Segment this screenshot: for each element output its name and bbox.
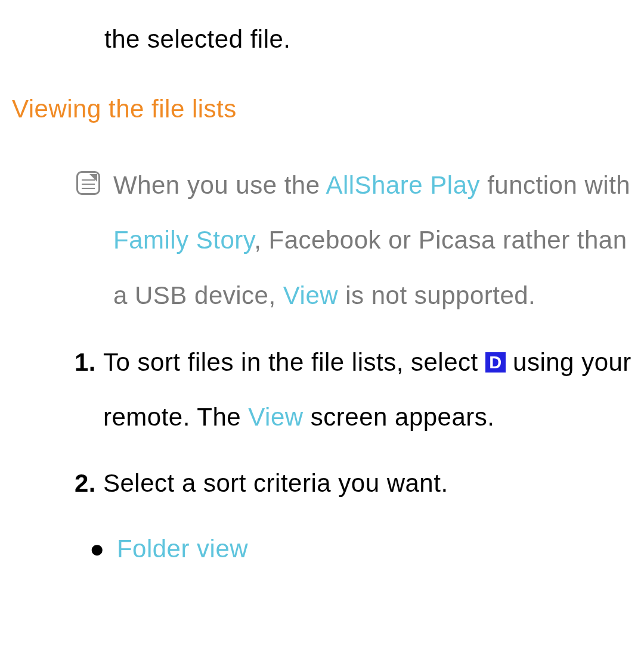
continuation-text: the selected file. [12,12,632,67]
step-2-text: Select a sort criteria you want. [103,456,632,511]
step-2-number: 2. [75,456,103,511]
bullet-label: Folder view [117,522,248,576]
note-icon [76,171,100,195]
d-button-icon: D [485,352,506,373]
step-1-text: To sort files in the file lists, select … [103,335,632,445]
bullet-folder-view: ● Folder view [12,522,632,576]
note-block: When you use the AllShare Play function … [12,158,632,323]
note-part1: When you use the [113,171,326,199]
section-heading: Viewing the file lists [12,82,632,136]
note-part2: function with [480,171,630,199]
step-1: 1. To sort files in the file lists, sele… [12,335,632,445]
note-hl-allshare: AllShare Play [326,171,480,199]
note-hl-family: Family Story [113,226,254,254]
note-hl-view: View [283,281,338,309]
bullet-dot: ● [89,522,105,576]
step-1-number: 1. [75,335,103,390]
note-part4: is not supported. [338,281,535,309]
step-2: 2. Select a sort criteria you want. [12,456,632,511]
step-1-part3: screen appears. [304,403,495,431]
step-1-part1: To sort files in the file lists, select [103,348,485,376]
note-text: When you use the AllShare Play function … [113,158,632,323]
step-1-hl-view: View [248,403,303,431]
